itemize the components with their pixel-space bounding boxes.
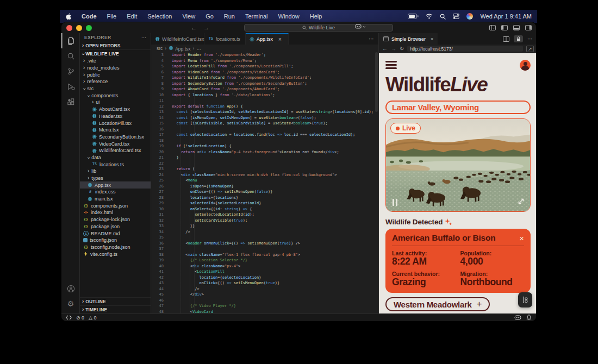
run-debug-icon[interactable] bbox=[61, 79, 80, 94]
toggle-primary-sidebar-icon[interactable] bbox=[501, 25, 508, 30]
tree-item-ui[interactable]: ›ui bbox=[80, 99, 151, 106]
tree-item-readme-md[interactable]: iREADME.md bbox=[80, 230, 151, 237]
breadcrumb[interactable]: src›App.tsx›… bbox=[151, 45, 378, 52]
editor-more-actions-icon[interactable]: ⋯ bbox=[364, 33, 378, 45]
tree-item-tsconfig-json[interactable]: tsconfig.json bbox=[80, 237, 151, 244]
menubar-item-file[interactable]: File bbox=[107, 13, 117, 20]
timeline-section[interactable]: › TIMELINE bbox=[80, 305, 151, 313]
menubar-item-view[interactable]: View bbox=[182, 13, 195, 20]
tree-item-node-modules[interactable]: ›node_modules bbox=[80, 65, 151, 72]
tab-wildlifeinfocard-tsx[interactable]: WildlifeInfoCard.tsx bbox=[151, 33, 204, 45]
fullscreen-expand-icon[interactable] bbox=[518, 197, 525, 207]
customize-layout-icon[interactable] bbox=[489, 25, 496, 30]
tab-simple-browser[interactable]: Simple Browser × bbox=[379, 33, 438, 45]
remote-indicator-icon[interactable] bbox=[66, 315, 72, 320]
tree-item-main-tsx[interactable]: main.tsx bbox=[80, 196, 151, 203]
tree-item-vite-config-ts[interactable]: vite.config.ts bbox=[80, 250, 151, 258]
tree-item-data[interactable]: ›data bbox=[80, 154, 151, 161]
notifications-bell-icon[interactable] bbox=[526, 315, 532, 321]
copilot-status-icon[interactable] bbox=[514, 315, 521, 321]
breadcrumb-item-src[interactable]: src bbox=[157, 46, 163, 51]
tab-app-tsx[interactable]: App.tsx× bbox=[246, 33, 289, 45]
panel-more-actions-icon[interactable]: ⋯ bbox=[527, 36, 533, 42]
command-center-search[interactable]: Wildlife Live bbox=[244, 24, 393, 32]
menubar-item-selection[interactable]: Selection bbox=[147, 13, 172, 20]
source-control-icon[interactable] bbox=[61, 64, 80, 79]
warnings-indicator[interactable]: △ 0 bbox=[89, 315, 96, 321]
workspace-root-section[interactable]: › WILDLIFE LIVE bbox=[80, 49, 151, 58]
outline-section[interactable]: › OUTLINE bbox=[80, 297, 151, 305]
errors-indicator[interactable]: ⊘ 0 bbox=[76, 315, 84, 321]
open-editors-section[interactable]: › OPEN EDITORS bbox=[80, 42, 151, 49]
tree-item-aboutcard-tsx[interactable]: AboutCard.tsx bbox=[80, 106, 151, 113]
tree-item-menu-tsx[interactable]: Menu.tsx bbox=[80, 127, 151, 134]
control-center-icon[interactable] bbox=[453, 14, 459, 19]
toggle-panel-icon[interactable] bbox=[513, 25, 520, 30]
tree-item-src[interactable]: ›src bbox=[80, 85, 151, 92]
card-close-icon[interactable]: × bbox=[519, 234, 524, 242]
explorer-more-actions-icon[interactable]: ⋯ bbox=[141, 35, 146, 40]
tree-item--vite[interactable]: ›.vite bbox=[80, 58, 151, 65]
dev-overlay-button[interactable] bbox=[518, 292, 532, 307]
tree-item-reference[interactable]: ›reference bbox=[80, 78, 151, 85]
browser-back-icon[interactable]: ← bbox=[382, 46, 388, 52]
settings-gear-icon[interactable]: ⚙ bbox=[61, 296, 80, 311]
browser-forward-icon[interactable]: → bbox=[391, 46, 396, 52]
menubar-app-icon[interactable] bbox=[466, 13, 473, 20]
tree-item-package-json[interactable]: {}package.json bbox=[80, 223, 151, 230]
tab-locations-ts[interactable]: TSlocations.ts bbox=[204, 33, 246, 45]
tree-item-index-html[interactable]: <>index.html bbox=[80, 209, 151, 216]
accounts-icon[interactable] bbox=[61, 281, 80, 296]
menubar-item-run[interactable]: Run bbox=[224, 13, 235, 20]
menubar-item-help[interactable]: Help bbox=[310, 13, 322, 20]
tree-item-wildlifeinfocard-tsx[interactable]: WildlifeInfoCard.tsx bbox=[80, 147, 151, 154]
hamburger-menu-icon[interactable] bbox=[385, 60, 397, 69]
tree-item-components[interactable]: ›components bbox=[80, 92, 151, 99]
profile-avatar[interactable] bbox=[520, 60, 531, 71]
breadcrumb-item--[interactable]: … bbox=[196, 46, 201, 51]
browser-reload-icon[interactable]: ↻ bbox=[400, 46, 404, 52]
breadcrumb-item-app-tsx[interactable]: App.tsx bbox=[169, 46, 190, 52]
pause-button[interactable] bbox=[393, 199, 397, 206]
wifi-icon[interactable] bbox=[426, 14, 433, 19]
search-view-icon[interactable] bbox=[61, 48, 80, 64]
lock-button[interactable] bbox=[514, 35, 523, 42]
next-species-button[interactable]: Western Meadowlark + bbox=[385, 297, 490, 311]
tree-item-index-css[interactable]: #index.css bbox=[80, 189, 151, 196]
tree-item-types[interactable]: ›types bbox=[80, 175, 151, 182]
menubar-item-window[interactable]: Window bbox=[278, 13, 300, 20]
split-editor-icon[interactable] bbox=[503, 36, 509, 42]
menubar-item-terminal[interactable]: Terminal bbox=[245, 13, 268, 20]
tree-item-locationpill-tsx[interactable]: LocationPill.tsx bbox=[80, 120, 151, 127]
menubar-item-go[interactable]: Go bbox=[205, 13, 214, 20]
tree-item-app-tsx[interactable]: App.tsx bbox=[80, 181, 151, 189]
live-video-card[interactable]: Live bbox=[385, 118, 531, 212]
nav-forward-icon[interactable]: → bbox=[203, 24, 209, 31]
tree-item-package-lock-json[interactable]: {}package-lock.json bbox=[80, 216, 151, 223]
open-external-icon[interactable]: ↗ bbox=[526, 46, 534, 52]
editor-scrollbar[interactable] bbox=[375, 52, 378, 112]
url-input[interactable]: http://localhost:5173/ bbox=[407, 46, 523, 52]
spotlight-search-icon[interactable] bbox=[440, 14, 446, 20]
window-minimize-button[interactable] bbox=[76, 25, 82, 31]
menubar-clock[interactable]: Wed Apr 1 9:41 AM bbox=[480, 13, 532, 20]
tree-item-tsconfig-node-json[interactable]: {}tsconfig.node.json bbox=[80, 244, 151, 251]
menubar-item-code[interactable]: Code bbox=[82, 13, 97, 20]
tree-item-header-tsx[interactable]: Header.tsx bbox=[80, 113, 151, 120]
tree-item-locations-ts[interactable]: TSlocations.ts bbox=[80, 161, 151, 168]
battery-icon[interactable] bbox=[408, 14, 419, 19]
close-icon[interactable]: × bbox=[278, 36, 282, 42]
copilot-menu-button[interactable] bbox=[355, 24, 366, 29]
extensions-icon[interactable] bbox=[61, 94, 80, 109]
tree-item-secondarybutton-tsx[interactable]: SecondaryButton.tsx bbox=[80, 134, 151, 141]
menubar-item-edit[interactable]: Edit bbox=[127, 13, 137, 20]
nav-back-icon[interactable]: ← bbox=[191, 24, 197, 31]
window-zoom-button[interactable] bbox=[86, 25, 92, 31]
tree-item-public[interactable]: ›public bbox=[80, 71, 151, 78]
window-close-button[interactable] bbox=[66, 25, 72, 31]
tree-item-lib[interactable]: ›lib bbox=[80, 168, 151, 175]
toggle-secondary-sidebar-icon[interactable] bbox=[525, 25, 532, 30]
apple-icon[interactable] bbox=[65, 13, 71, 20]
tree-item-videocard-tsx[interactable]: VideoCard.tsx bbox=[80, 140, 151, 147]
explorer-view-icon[interactable] bbox=[61, 33, 80, 48]
